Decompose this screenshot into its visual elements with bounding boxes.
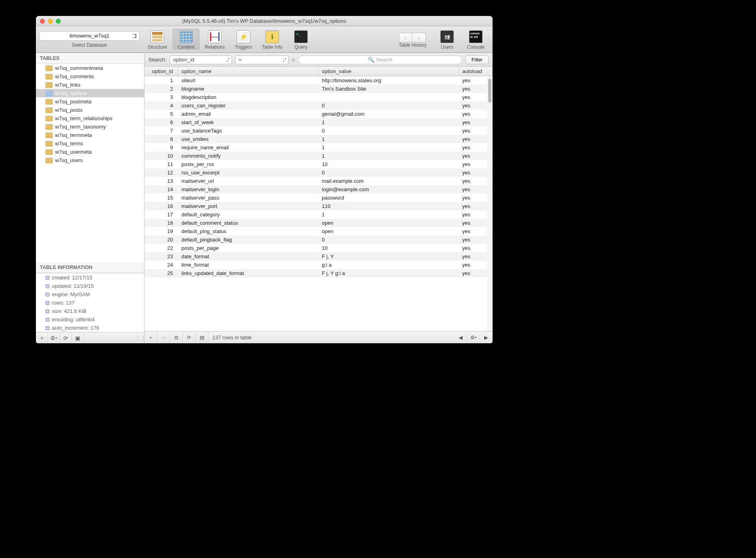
column-header-option-name[interactable]: option_name: [178, 67, 319, 76]
cell-option-name[interactable]: default_comment_status: [178, 219, 319, 227]
table-row[interactable]: 1siteurlhttp://timowens.stateu.orgyes: [144, 76, 493, 85]
cell-option-name[interactable]: posts_per_page: [178, 244, 319, 252]
next-page-button[interactable]: ▶: [480, 334, 493, 340]
sidebar-table-item[interactable]: w7sq_comments: [36, 72, 144, 81]
cell-option-name[interactable]: rss_use_excerpt: [178, 168, 319, 177]
cell-option-value[interactable]: 1: [319, 118, 459, 127]
cell-option-name[interactable]: links_updated_date_format: [178, 269, 319, 277]
cell-option-id[interactable]: 17: [144, 210, 178, 219]
sidebar-table-item[interactable]: w7sq_term_taxonomy: [36, 123, 144, 131]
table-row[interactable]: 23date_formatF j, Yyes: [144, 252, 493, 261]
cell-option-id[interactable]: 24: [144, 261, 178, 269]
cell-option-value[interactable]: 10: [319, 244, 459, 252]
history-back-button[interactable]: ‹: [399, 33, 412, 42]
cell-option-value[interactable]: 0: [319, 101, 459, 110]
sidebar-resize-handle[interactable]: ⋮⋮: [137, 335, 144, 341]
table-row[interactable]: 25links_updated_date_formatF j, Y g:i ay…: [144, 269, 493, 277]
cell-option-value[interactable]: Tim's Sandbox Site: [319, 85, 459, 93]
table-row[interactable]: 20default_pingback_flag0yes: [144, 235, 493, 244]
sidebar-gear-button[interactable]: ⚙︎▾: [48, 332, 60, 343]
cell-option-id[interactable]: 8: [144, 135, 178, 143]
cell-option-name[interactable]: blogdescription: [178, 93, 319, 101]
search-input[interactable]: 🔍 Search: [298, 55, 462, 64]
sidebar-table-item[interactable]: w7sq_term_relationships: [36, 114, 144, 123]
tool-triggers[interactable]: Triggers: [230, 29, 257, 50]
duplicate-row-button[interactable]: ⧉: [170, 332, 183, 343]
remove-row-button[interactable]: －: [157, 332, 170, 343]
column-header-option-value[interactable]: option_value: [319, 67, 459, 76]
prev-page-button[interactable]: ◀: [454, 334, 467, 340]
cell-option-name[interactable]: default_ping_status: [178, 227, 319, 235]
cell-option-id[interactable]: 1: [144, 76, 178, 85]
vertical-scrollbar[interactable]: [487, 77, 493, 331]
cell-option-name[interactable]: admin_email: [178, 110, 319, 118]
tool-content[interactable]: Content: [172, 29, 200, 50]
cell-option-value[interactable]: 0: [319, 168, 459, 177]
cell-option-name[interactable]: blogname: [178, 85, 319, 93]
refresh-button[interactable]: ⟳: [183, 332, 196, 343]
table-row[interactable]: 9require_name_email1yes: [144, 143, 493, 152]
cell-option-id[interactable]: 19: [144, 227, 178, 235]
tool-relations[interactable]: Relations: [201, 29, 228, 50]
paginate-button[interactable]: ▤: [196, 332, 208, 343]
cell-option-value[interactable]: password: [319, 194, 459, 202]
cell-option-name[interactable]: default_pingback_flag: [178, 235, 319, 244]
close-icon[interactable]: [40, 19, 45, 24]
cell-option-id[interactable]: 11: [144, 160, 178, 168]
table-row[interactable]: 7use_balanceTags0yes: [144, 127, 493, 135]
cell-option-id[interactable]: 9: [144, 143, 178, 152]
cell-option-id[interactable]: 16: [144, 202, 178, 210]
cell-option-id[interactable]: 23: [144, 252, 178, 261]
table-row[interactable]: 13mailserver_urlmail.example.comyes: [144, 177, 493, 185]
sidebar-table-item[interactable]: w7sq_usermeta: [36, 148, 144, 156]
cell-option-value[interactable]: open: [319, 227, 459, 235]
cell-option-value[interactable]: 1: [319, 143, 459, 152]
sidebar-table-item[interactable]: w7sq_termmeta: [36, 131, 144, 139]
cell-option-id[interactable]: 22: [144, 244, 178, 252]
history-forward-button[interactable]: ›: [412, 33, 426, 42]
cell-option-id[interactable]: 14: [144, 185, 178, 194]
cell-option-value[interactable]: 1: [319, 152, 459, 160]
cell-option-id[interactable]: 13: [144, 177, 178, 185]
table-row[interactable]: 4users_can_register0yes: [144, 101, 493, 110]
cell-option-name[interactable]: siteurl: [178, 76, 319, 85]
table-row[interactable]: 17default_category1yes: [144, 210, 493, 219]
scrollbar-thumb[interactable]: [488, 79, 491, 103]
cell-option-value[interactable]: F j, Y: [319, 252, 459, 261]
cell-option-id[interactable]: 6: [144, 118, 178, 127]
tool-console[interactable]: Console: [462, 29, 489, 50]
sidebar-table-item[interactable]: w7sq_users: [36, 156, 144, 164]
cell-option-value[interactable]: login@example.com: [319, 185, 459, 194]
cell-option-id[interactable]: 5: [144, 110, 178, 118]
sidebar-refresh-button[interactable]: ⟳: [60, 332, 72, 343]
cell-option-value[interactable]: http://timowens.stateu.org: [319, 76, 459, 85]
cell-option-id[interactable]: 18: [144, 219, 178, 227]
cell-option-name[interactable]: posts_per_rss: [178, 160, 319, 168]
table-row[interactable]: 8use_smilies1yes: [144, 135, 493, 143]
footer-gear-button[interactable]: ⚙︎▾: [467, 334, 480, 340]
sidebar-table-item[interactable]: w7sq_terms: [36, 139, 144, 148]
tool-structure[interactable]: Structure: [144, 29, 171, 50]
table-row[interactable]: 24time_formatg:i ayes: [144, 261, 493, 269]
table-row[interactable]: 18default_comment_statusopenyes: [144, 219, 493, 227]
add-row-button[interactable]: ＋: [144, 332, 157, 343]
sidebar-table-item[interactable]: w7sq_posts: [36, 106, 144, 114]
table-row[interactable]: 3blogdescriptionyes: [144, 93, 493, 101]
table-row[interactable]: 12rss_use_excerpt0yes: [144, 168, 493, 177]
cell-option-value[interactable]: 0: [319, 127, 459, 135]
cell-option-id[interactable]: 15: [144, 194, 178, 202]
cell-option-value[interactable]: 0: [319, 235, 459, 244]
table-row[interactable]: 10comments_notify1yes: [144, 152, 493, 160]
search-column-select[interactable]: option_id: [170, 55, 232, 64]
cell-option-id[interactable]: 20: [144, 235, 178, 244]
tool-tableinfo[interactable]: Table Info: [259, 29, 286, 50]
cell-option-id[interactable]: 7: [144, 127, 178, 135]
table-row[interactable]: 2blognameTim's Sandbox Siteyes: [144, 85, 493, 93]
table-row[interactable]: 15mailserver_passpasswordyes: [144, 194, 493, 202]
table-row[interactable]: 22posts_per_page10yes: [144, 244, 493, 252]
tool-query[interactable]: Query: [287, 29, 315, 50]
table-row[interactable]: 19default_ping_statusopenyes: [144, 227, 493, 235]
table-row[interactable]: 5admin_emailgenial@gmail.comyes: [144, 110, 493, 118]
sidebar-table-item[interactable]: w7sq_options: [36, 89, 144, 97]
cell-option-name[interactable]: date_format: [178, 252, 319, 261]
